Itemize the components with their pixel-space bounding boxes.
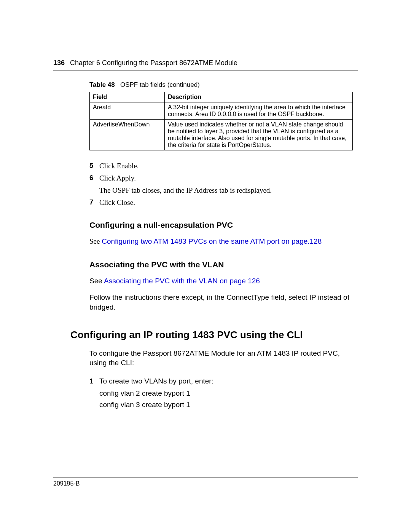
cross-reference-link[interactable]: Associating the PVC with the VLAN on pag…	[104, 277, 260, 285]
text-prefix: See	[89, 237, 102, 245]
step-list: 5 Click Enable. 6 Click Apply. The OSPF …	[89, 162, 358, 207]
table-header-row: Field Description	[90, 92, 353, 102]
page-footer: 209195-B	[53, 478, 358, 487]
page-header: 136 Chapter 6 Configuring the Passport 8…	[53, 59, 358, 67]
step-number: 6	[89, 174, 99, 182]
step-item: 6 Click Apply.	[89, 174, 358, 182]
text-prefix: See	[89, 277, 104, 285]
col-header-field: Field	[90, 92, 165, 102]
section-heading-cli: Configuring an IP routing 1483 PVC using…	[70, 329, 358, 341]
step-text: Click Apply.	[99, 174, 136, 182]
cell-description: A 32-bit integer uniquely identifying th…	[165, 102, 353, 120]
step-number: 5	[89, 162, 99, 170]
paragraph: Follow the instructions there except, in…	[89, 292, 358, 312]
ospf-fields-table: Field Description AreaId A 32-bit intege…	[89, 92, 353, 150]
step-note: The OSPF tab closes, and the IP Address …	[99, 186, 358, 195]
step-item: 7 Click Close.	[89, 198, 358, 207]
step-text: Click Close.	[99, 198, 135, 207]
cli-command: config vlan 3 create byport 1	[99, 401, 358, 409]
cli-command: config vlan 2 create byport 1	[99, 389, 358, 398]
chapter-title: Chapter 6 Configuring the Passport 8672A…	[70, 59, 237, 67]
table-caption: Table 48 OSPF tab fields (continued)	[89, 81, 358, 89]
cli-step-list: 1 To create two VLANs by port, enter: co…	[89, 377, 358, 409]
cross-reference-link[interactable]: Configuring two ATM 1483 PVCs on the sam…	[102, 237, 322, 245]
col-header-description: Description	[165, 92, 353, 102]
cell-description: Value used indicates whether or not a VL…	[165, 120, 353, 150]
intro-paragraph: To configure the Passport 8672ATME Modul…	[89, 348, 358, 368]
table-row: AdvertiseWhenDown Value used indicates w…	[90, 120, 353, 150]
step-number: 1	[89, 377, 99, 385]
step-text: To create two VLANs by port, enter:	[99, 377, 213, 385]
document-page: 136 Chapter 6 Configuring the Passport 8…	[0, 0, 411, 532]
section-heading-associating-pvc: Associating the PVC with the VLAN	[89, 260, 358, 269]
paragraph: See Configuring two ATM 1483 PVCs on the…	[89, 236, 358, 246]
header-rule	[53, 70, 358, 70]
document-id: 209195-B	[53, 480, 358, 487]
step-number: 7	[89, 198, 99, 207]
table-caption-text: OSPF tab fields (continued)	[120, 81, 200, 88]
footer-rule	[53, 478, 358, 478]
step-item: 1 To create two VLANs by port, enter:	[89, 377, 358, 385]
page-number: 136	[53, 59, 65, 67]
table-label: Table 48	[89, 81, 115, 88]
cell-field: AreaId	[90, 102, 165, 120]
table-row: AreaId A 32-bit integer uniquely identif…	[90, 102, 353, 120]
cell-field: AdvertiseWhenDown	[90, 120, 165, 150]
step-item: 5 Click Enable.	[89, 162, 358, 170]
paragraph: See Associating the PVC with the VLAN on…	[89, 276, 358, 286]
step-text: Click Enable.	[99, 162, 139, 170]
section-heading-null-pvc: Configuring a null-encapsulation PVC	[89, 220, 358, 230]
